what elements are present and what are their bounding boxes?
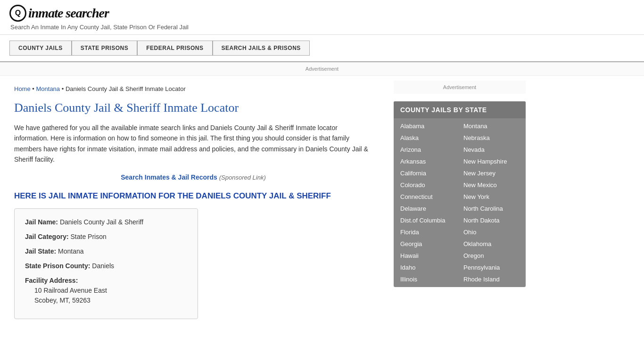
jail-category-label: Jail Category:	[25, 233, 69, 240]
breadcrumb-home-link[interactable]: Home	[14, 85, 31, 92]
jail-category-val: State Prison	[70, 233, 106, 240]
search-jails-nav-button[interactable]: SEARCH JAILS & PRISONS	[213, 41, 310, 56]
states-right-col: MontanaNebraskaNevadaNew HampshireNew Je…	[460, 120, 523, 285]
state-link-left[interactable]: Dist.of Columbia	[396, 214, 460, 226]
description-text: We have gathered for you all the availab…	[14, 123, 372, 165]
state-link-left[interactable]: Alaska	[396, 132, 460, 144]
search-link[interactable]: Search Inmates & Jail Records	[121, 173, 217, 181]
state-link-left[interactable]: Idaho	[396, 262, 460, 273]
logo-icon: Q	[9, 5, 26, 22]
jail-name-label: Jail Name:	[25, 218, 58, 226]
state-link-right[interactable]: Pennsylvania	[460, 262, 523, 273]
state-link-right[interactable]: Oklahoma	[460, 238, 523, 250]
page-title: Daniels County Jail & Sheriff Inmate Loc…	[14, 101, 372, 115]
state-link-right[interactable]: New Jersey	[460, 167, 523, 179]
logo-area: Q inmate searcher	[9, 5, 635, 22]
jail-state-label: Jail State:	[25, 247, 56, 255]
state-link-left[interactable]: Colorado	[396, 179, 460, 191]
jail-name-row: Jail Name: Daniels County Jail & Sheriff	[25, 217, 187, 227]
facility-address-row: Facility Address: 10 Railroad Avenue Eas…	[25, 276, 187, 305]
info-card: Jail Name: Daniels County Jail & Sheriff…	[14, 208, 198, 319]
jail-name-val: Daniels County Jail & Sheriff	[60, 218, 143, 226]
county-jails-header: COUNTY JAILS BY STATE	[394, 101, 526, 118]
sidebar: Advertisement COUNTY JAILS BY STATE Alab…	[387, 76, 533, 329]
state-link-right[interactable]: Montana	[460, 120, 523, 132]
jail-category-row: Jail Category: State Prison	[25, 232, 187, 242]
state-prison-county-row: State Prison County: Daniels	[25, 261, 187, 271]
county-jails-box: COUNTY JAILS BY STATE AlabamaAlaskaArizo…	[394, 101, 526, 287]
state-link-left[interactable]: Illinois	[396, 273, 460, 285]
states-left-col: AlabamaAlaskaArizonaArkansasCaliforniaCo…	[396, 120, 460, 285]
nav-bar: COUNTY JAILS STATE PRISONS FEDERAL PRISO…	[0, 35, 644, 62]
state-prison-county-val: Daniels	[92, 262, 114, 270]
facility-address-label: Facility Address:	[25, 277, 78, 284]
jail-state-row: Jail State: Montana	[25, 247, 187, 256]
header: Q inmate searcher Search An Inmate In An…	[0, 0, 644, 35]
state-link-left[interactable]: Alabama	[396, 120, 460, 132]
state-link-right[interactable]: North Dakota	[460, 214, 523, 226]
address-line2: Scobey, MT, 59263	[25, 296, 187, 305]
state-link-right[interactable]: Oregon	[460, 250, 523, 262]
state-link-right[interactable]: Nevada	[460, 144, 523, 156]
main-layout: Home • Montana • Daniels County Jail & S…	[0, 76, 644, 329]
county-jails-nav-button[interactable]: COUNTY JAILS	[9, 41, 72, 56]
state-link-right[interactable]: North Carolina	[460, 203, 523, 214]
state-link-left[interactable]: Arkansas	[396, 156, 460, 167]
state-link-left[interactable]: Delaware	[396, 203, 460, 214]
section-heading: HERE IS JAIL INMATE INFORMATION FOR THE …	[14, 191, 372, 201]
sidebar-ad: Advertisement	[394, 81, 526, 94]
federal-prisons-nav-button[interactable]: FEDERAL PRISONS	[137, 41, 212, 56]
state-link-left[interactable]: Hawaii	[396, 250, 460, 262]
state-link-left[interactable]: California	[396, 167, 460, 179]
state-link-left[interactable]: Florida	[396, 226, 460, 238]
state-link-right[interactable]: New York	[460, 191, 523, 203]
state-link-right[interactable]: Nebraska	[460, 132, 523, 144]
ad-banner: Advertisement	[0, 62, 644, 76]
state-link-left[interactable]: Arizona	[396, 144, 460, 156]
breadcrumb: Home • Montana • Daniels County Jail & S…	[14, 85, 372, 92]
state-prisons-nav-button[interactable]: STATE PRISONS	[72, 41, 137, 56]
state-link-right[interactable]: Ohio	[460, 226, 523, 238]
address-line1: 10 Railroad Avenue East	[25, 286, 187, 296]
jail-state-val: Montana	[58, 247, 83, 255]
search-link-area: Search Inmates & Jail Records (Sponsored…	[14, 173, 372, 181]
state-link-right[interactable]: New Hampshire	[460, 156, 523, 167]
state-link-left[interactable]: Georgia	[396, 238, 460, 250]
sponsored-text: (Sponsored Link)	[219, 174, 266, 181]
logo-text: inmate searcher	[28, 6, 109, 21]
breadcrumb-state-link[interactable]: Montana	[36, 85, 60, 92]
state-link-right[interactable]: New Mexico	[460, 179, 523, 191]
breadcrumb-current: Daniels County Jail & Sheriff Inmate Loc…	[66, 85, 186, 92]
states-grid: AlabamaAlaskaArizonaArkansasCaliforniaCo…	[394, 118, 526, 287]
breadcrumb-separator2: •	[62, 85, 66, 92]
state-prison-county-label: State Prison County:	[25, 262, 90, 270]
state-link-right[interactable]: Rhode Island	[460, 273, 523, 285]
content-area: Home • Montana • Daniels County Jail & S…	[0, 76, 387, 329]
state-link-left[interactable]: Connecticut	[396, 191, 460, 203]
tagline: Search An Inmate In Any County Jail, Sta…	[10, 24, 635, 31]
